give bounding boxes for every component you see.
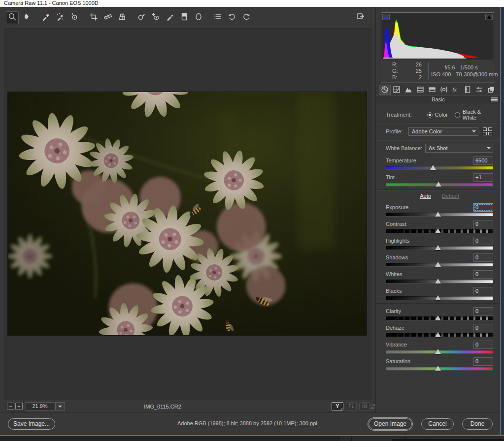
slider-thumb[interactable] [436,182,441,187]
slider-thumb[interactable] [435,245,441,250]
spot-removal-tool-button[interactable] [135,11,148,24]
saturation-slider-row: Saturation [386,357,493,370]
slider-thumb[interactable] [435,349,441,354]
shadows-track[interactable] [386,263,493,266]
ruler-icon [103,12,112,23]
slider-thumb[interactable] [435,262,441,267]
profile-browser-button[interactable] [482,127,493,136]
vibrance-track[interactable] [386,350,493,353]
saturation-track[interactable] [386,367,493,370]
tab-presets[interactable] [473,85,485,95]
color-radio[interactable] [427,112,433,118]
tab-detail[interactable] [403,85,414,95]
tab-split-toning[interactable] [426,85,438,95]
dehaze-track[interactable] [386,333,493,337]
exposure-input[interactable] [473,203,493,212]
whites-input[interactable] [473,270,493,279]
red-eye-tool-button[interactable] [149,11,162,24]
slider-thumb[interactable] [430,165,436,170]
title-bar: Camera Raw 11.1 - Canon EOS 1000D [0,0,504,7]
contrast-track[interactable] [386,229,493,233]
open-image-button[interactable]: Open Image [369,418,412,430]
slider-thumb[interactable] [435,315,441,320]
black-white-radio[interactable] [455,112,460,118]
copy-settings-to-before-button[interactable] [359,402,370,410]
tab-basic[interactable] [379,85,391,95]
tab-hsl-grayscale[interactable] [414,85,426,95]
toggle-fullscreen-button[interactable] [354,11,367,24]
profile-dropdown[interactable]: Adobe Color [408,127,478,136]
rotate-left-button[interactable] [226,11,238,24]
black-white-radio-label[interactable]: Black & White [463,109,493,121]
tab-camera-calibration[interactable] [462,85,473,95]
clarity-input[interactable] [473,307,493,315]
graduated-filter-tool-button[interactable] [178,11,191,24]
save-image-button[interactable]: Save Image... [8,418,55,430]
slider-thumb[interactable] [435,212,441,217]
panel-menu-button[interactable] [491,97,498,102]
tab-tone-curve[interactable] [391,85,403,95]
color-sampler-tool-button[interactable] [54,11,67,24]
temperature-track[interactable] [386,166,493,169]
adjustment-brush-tool-button[interactable] [164,11,176,24]
tab-effects[interactable]: fx [450,85,462,95]
chevron-down-icon [472,130,476,132]
zoom-tool-button[interactable] [6,11,19,24]
saturation-input[interactable] [473,357,493,366]
tint-input[interactable] [473,173,493,182]
default-link[interactable]: Default [442,193,459,201]
slider-thumb[interactable] [435,279,441,284]
before-after-view-button[interactable]: Y [332,402,343,410]
exif-readout: f/5.61/500 s ISO 40070-300@300 mm [429,64,494,78]
aperture-icon [381,86,389,94]
vibrance-slider-row: Vibrance [386,340,493,353]
auto-link[interactable]: Auto [420,193,431,201]
whites-track[interactable] [386,280,493,283]
slider-thumb[interactable] [435,366,441,371]
rotate-right-button[interactable] [240,11,253,24]
temperature-input[interactable] [473,157,493,165]
crop-tool-button[interactable] [87,11,100,24]
swap-before-after-button[interactable] [346,402,357,410]
shadows-input[interactable] [473,253,493,262]
hand-tool-button[interactable] [20,11,33,24]
straighten-tool-button[interactable] [101,11,114,24]
highlights-input[interactable] [473,237,493,245]
done-button[interactable]: Done [462,418,493,430]
dehaze-input[interactable] [473,324,493,332]
blacks-label: Blacks [386,288,402,294]
clarity-track[interactable] [386,316,493,320]
tab-lens-corrections[interactable] [438,85,450,95]
tint-track[interactable] [386,183,493,186]
radial-filter-tool-button[interactable] [192,11,205,24]
red-eye-icon [151,12,160,23]
preview-status-bar: − + 21.9% IMG_0115.CR2 Y [0,400,375,412]
cancel-button[interactable]: Cancel [421,418,454,430]
slider-thumb[interactable] [435,332,441,337]
transform-tool-button[interactable] [116,11,129,24]
menu-list-icon [213,12,222,23]
desktop-edge [501,7,504,436]
rgb-readout: R:26 G:25 B:2 [381,62,428,81]
color-radio-label[interactable]: Color [435,112,448,118]
tab-snapshots[interactable] [485,85,497,95]
white-balance-tool-button[interactable] [39,11,52,24]
treatment-row: Treatment: Color Black & White [386,110,493,120]
lens-value: 70-300@300 mm [453,71,500,77]
blacks-track[interactable] [386,296,493,300]
workflow-options-link[interactable]: Adobe RGB (1998); 8 bit; 3888 by 2592 (1… [177,420,317,426]
vibrance-input[interactable] [473,341,493,349]
blacks-slider-row: Blacks [386,286,493,300]
panel-tabs: fx [379,85,498,95]
targeted-adjustment-tool-button[interactable] [68,11,81,24]
photo-preview[interactable] [7,92,367,336]
target-circle-icon [70,12,79,23]
presets-menu-button[interactable] [211,11,224,24]
exposure-track[interactable] [386,213,493,216]
slider-thumb[interactable] [435,228,441,233]
contrast-input[interactable] [473,220,493,228]
white-balance-dropdown[interactable]: As Shot [425,144,493,153]
slider-thumb[interactable] [435,295,441,300]
blacks-input[interactable] [473,287,493,295]
highlights-track[interactable] [386,246,493,250]
